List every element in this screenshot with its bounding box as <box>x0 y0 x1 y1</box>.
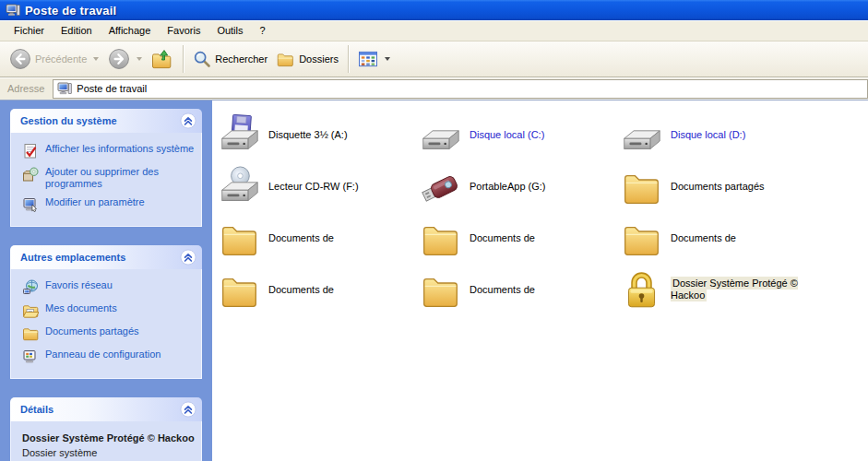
item-usb-portableapp-g[interactable]: PortableApp (G:) <box>420 160 621 212</box>
task-label: Mes documents <box>45 302 117 314</box>
back-button[interactable]: Précédente <box>5 44 103 74</box>
folder-icon <box>420 218 461 259</box>
menu-outils[interactable]: Outils <box>208 22 251 39</box>
task-add-remove-programs[interactable]: Ajouter ou supprimer des programmes <box>22 166 196 190</box>
item-user-documents[interactable]: Documents de <box>219 212 420 264</box>
details-item-name: Dossier Système Protégé © Hackoo <box>22 431 196 444</box>
standard-buttons-toolbar: Précédente Rechercher Dossiers <box>0 41 868 77</box>
menu-affichage[interactable]: Affichage <box>101 22 160 39</box>
item-user-documents[interactable]: Documents de <box>420 212 621 264</box>
details-item-type: Dossier système <box>22 446 196 459</box>
collapse-chevron-icon[interactable] <box>180 112 196 129</box>
toolbar-separator <box>348 45 349 73</box>
views-dropdown-caret-icon[interactable] <box>385 57 390 61</box>
item-user-documents[interactable]: Documents de <box>219 264 420 315</box>
forward-dropdown-caret-icon[interactable] <box>137 57 142 61</box>
up-folder-icon <box>151 48 173 70</box>
task-label: Afficher les informations système <box>45 143 194 155</box>
floppy-drive-icon <box>219 114 260 156</box>
address-label: Adresse <box>0 83 53 94</box>
panel-header-details[interactable]: Détails <box>10 397 202 421</box>
search-button[interactable]: Rechercher <box>188 44 272 74</box>
panel-other-places: Autres emplacements Favoris réseau Mes d… <box>10 245 202 379</box>
change-setting-icon <box>22 196 39 213</box>
item-shared-documents[interactable]: Documents partagés <box>621 160 822 212</box>
menu-fichier[interactable]: Fichier <box>6 22 53 39</box>
panel-body: Favoris réseau Mes documents Documents p… <box>10 269 202 379</box>
item-protected-system-folder[interactable]: Dossier Système Protégé © Hackoo <box>621 264 822 315</box>
item-cd-drive-f[interactable]: Lecteur CD-RW (F:) <box>219 160 420 212</box>
back-button-label: Précédente <box>35 53 87 65</box>
icon-grid: Disquette 3½ (A:) Disque local (C:) Disq… <box>219 109 868 315</box>
panel-body: Dossier Système Protégé © Hackoo Dossier… <box>10 421 202 461</box>
search-button-label: Rechercher <box>215 53 268 65</box>
task-change-setting[interactable]: Modifier un paramètre <box>22 196 196 213</box>
folder-icon <box>420 269 461 311</box>
control-panel-icon <box>22 349 39 365</box>
item-local-disk-d[interactable]: Disque local (D:) <box>621 109 822 160</box>
lock-icon <box>621 269 662 311</box>
collapse-chevron-icon[interactable] <box>180 401 196 418</box>
task-label: Ajouter ou supprimer des programmes <box>45 166 196 190</box>
toolbar-separator <box>183 45 184 73</box>
usb-drive-icon <box>420 166 461 207</box>
shared-documents-icon <box>22 325 39 342</box>
collapse-chevron-icon[interactable] <box>180 249 196 266</box>
item-label: Lecteur CD-RW (F:) <box>268 181 359 193</box>
item-label: Documents de <box>470 232 535 244</box>
task-view-system-info[interactable]: Afficher les informations système <box>22 143 196 160</box>
link-my-documents[interactable]: Mes documents <box>22 302 196 319</box>
explorer-window: Poste de travail Fichier Edition Afficha… <box>0 0 868 461</box>
item-user-documents[interactable]: Documents de <box>621 212 822 264</box>
menu-edition[interactable]: Edition <box>53 22 101 39</box>
folder-icon <box>219 269 260 311</box>
search-icon <box>193 50 211 68</box>
my-computer-icon <box>57 81 72 96</box>
forward-button[interactable] <box>103 44 147 74</box>
folders-button[interactable]: Dossiers <box>272 44 343 74</box>
item-user-documents[interactable]: Documents de <box>420 264 621 315</box>
item-label: Dossier Système Protégé © Hackoo <box>671 277 798 301</box>
item-label: Disque local (D:) <box>671 129 745 141</box>
views-button[interactable] <box>353 44 395 74</box>
link-control-panel[interactable]: Panneau de configuration <box>22 349 196 365</box>
folders-icon <box>277 50 295 68</box>
task-label: Favoris réseau <box>45 279 113 291</box>
item-local-disk-c[interactable]: Disque local (C:) <box>420 109 621 160</box>
item-label: Documents partagés <box>671 181 765 193</box>
task-label: Panneau de configuration <box>45 349 161 361</box>
views-grid-icon <box>358 51 378 67</box>
task-pane-sidebar: Gestion du système Afficher les informat… <box>0 100 212 461</box>
system-info-icon <box>22 143 39 160</box>
file-list-area: Disquette 3½ (A:) Disque local (C:) Disq… <box>212 100 868 461</box>
item-label: Disque local (C:) <box>470 129 544 141</box>
item-label: Documents de <box>470 284 535 296</box>
item-label: Documents de <box>268 232 334 244</box>
title-bar: Poste de travail <box>0 0 868 20</box>
hard-drive-icon <box>621 114 662 156</box>
panel-header-other-places[interactable]: Autres emplacements <box>10 245 202 269</box>
item-label: Documents de <box>671 232 736 244</box>
add-remove-programs-icon <box>22 166 39 183</box>
menu-bar: Fichier Edition Affichage Favoris Outils… <box>0 20 868 41</box>
up-button[interactable] <box>147 44 178 74</box>
menu-favoris[interactable]: Favoris <box>159 22 208 39</box>
hard-drive-icon <box>420 114 461 156</box>
menu-help[interactable]: ? <box>252 22 274 39</box>
panel-details: Détails Dossier Système Protégé © Hackoo… <box>10 397 202 461</box>
address-input[interactable]: Poste de travail <box>53 79 868 99</box>
panel-body: Afficher les informations système Ajoute… <box>10 133 202 227</box>
item-label: PortableApp (G:) <box>470 181 546 193</box>
window-content: Gestion du système Afficher les informat… <box>0 100 868 461</box>
panel-system-tasks: Gestion du système Afficher les informat… <box>10 109 202 227</box>
item-label: Disquette 3½ (A:) <box>268 129 348 141</box>
back-dropdown-caret-icon[interactable] <box>93 57 99 61</box>
item-label: Documents de <box>268 284 334 296</box>
link-network-places[interactable]: Favoris réseau <box>22 279 196 296</box>
panel-header-system-tasks[interactable]: Gestion du système <box>10 109 202 133</box>
item-floppy-a[interactable]: Disquette 3½ (A:) <box>219 109 420 160</box>
network-places-icon <box>22 279 39 296</box>
panel-title: Gestion du système <box>20 115 117 126</box>
my-computer-icon <box>6 3 20 18</box>
link-shared-documents[interactable]: Documents partagés <box>22 325 196 342</box>
